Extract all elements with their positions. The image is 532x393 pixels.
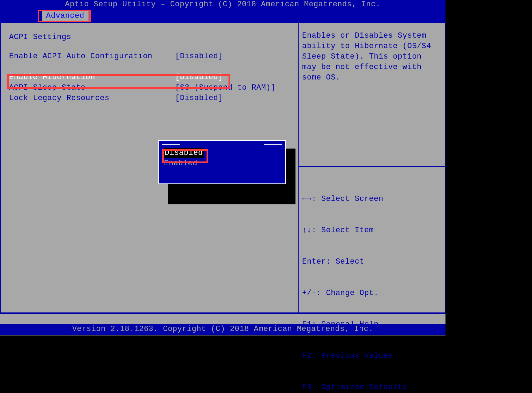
setting-value: [Disabled] xyxy=(175,72,223,83)
popup-title: Enable Hibernation xyxy=(162,141,282,148)
key-f3: F3: Optimized Defaults xyxy=(302,382,441,393)
tab-row: Advanced xyxy=(0,10,445,22)
setting-label: ACPI Sleep State xyxy=(9,83,175,93)
setting-value: [S3 (Suspend to RAM)] xyxy=(175,83,276,93)
key-f2: F2: Previous Values xyxy=(302,351,441,361)
setting-acpi-sleep-state[interactable]: ACPI Sleep State [S3 (Suspend to RAM)] xyxy=(9,83,290,93)
section-title: ACPI Settings xyxy=(9,33,290,41)
key-select-item: ↑↓: Select Item xyxy=(302,225,441,236)
content-area: ACPI Settings Enable ACPI Auto Configura… xyxy=(0,22,445,314)
title-bar: Aptio Setup Utility – Copyright (C) 2018… xyxy=(0,0,445,10)
help-text: Enables or Disables System ability to Hi… xyxy=(299,23,445,166)
popup-option-enabled[interactable]: Enabled xyxy=(162,158,282,169)
key-help: ←→: Select Screen ↑↓: Select Item Enter:… xyxy=(299,167,445,393)
key-select-screen: ←→: Select Screen xyxy=(302,194,441,204)
side-panel: Enables or Disables System ability to Hi… xyxy=(299,22,445,313)
setting-value: [Disabled] xyxy=(175,51,223,62)
popup-option-disabled[interactable]: Disabled xyxy=(162,148,282,158)
tab-advanced[interactable]: Advanced xyxy=(42,11,89,21)
setting-enable-hibernation[interactable]: Enable Hibernation [Disabled] xyxy=(9,72,290,83)
setting-label: Enable Hibernation xyxy=(9,72,175,83)
setting-acpi-auto-config[interactable]: Enable ACPI Auto Configuration [Disabled… xyxy=(9,51,290,62)
setting-value: [Disabled] xyxy=(175,93,223,104)
setting-lock-legacy-resources[interactable]: Lock Legacy Resources [Disabled] xyxy=(9,93,290,104)
key-change-opt: +/-: Change Opt. xyxy=(302,288,441,298)
setting-label: Enable ACPI Auto Configuration xyxy=(9,51,175,62)
popup-enable-hibernation: Enable Hibernation Disabled Enabled xyxy=(158,140,286,184)
spacer xyxy=(9,62,290,72)
setting-label: Lock Legacy Resources xyxy=(9,93,175,104)
key-enter: Enter: Select xyxy=(302,257,441,267)
bios-setup-window: Aptio Setup Utility – Copyright (C) 2018… xyxy=(0,0,445,335)
main-panel: ACPI Settings Enable ACPI Auto Configura… xyxy=(0,22,299,313)
